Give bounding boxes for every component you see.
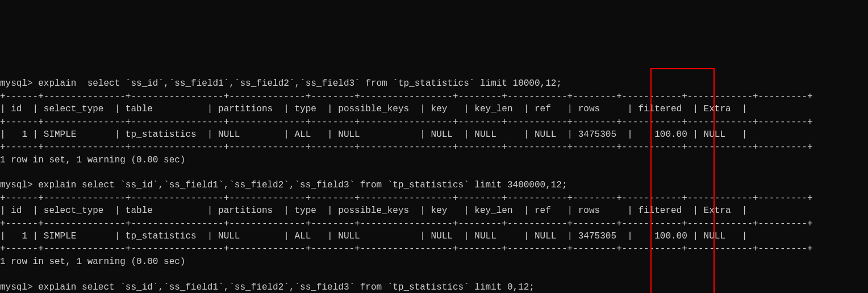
terminal-output: mysql> explain select `ss_id`,`ss_field1…	[0, 51, 868, 293]
